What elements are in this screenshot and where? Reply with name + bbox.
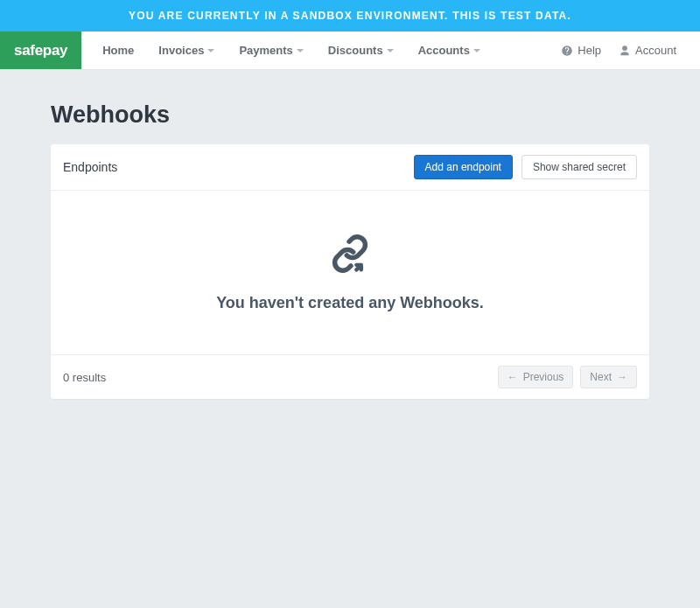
- chevron-down-icon: [473, 49, 480, 52]
- help-icon: [561, 45, 573, 57]
- page-content: Webhooks Endpoints Add an endpoint Show …: [0, 70, 700, 399]
- card-header: Endpoints Add an endpoint Show shared se…: [51, 144, 649, 191]
- nav-label: Accounts: [418, 44, 470, 57]
- previous-label: Previous: [523, 371, 564, 383]
- arrow-right-icon: →: [617, 371, 627, 383]
- chevron-down-icon: [387, 49, 394, 52]
- next-label: Next: [590, 371, 612, 383]
- nav-invoices[interactable]: Invoices: [146, 31, 227, 69]
- user-icon: [619, 45, 631, 57]
- result-count: 0 results: [63, 371, 106, 384]
- section-title: Endpoints: [63, 160, 117, 174]
- chevron-down-icon: [207, 49, 214, 52]
- top-nav: safepay Home Invoices Payments Discounts…: [0, 31, 700, 70]
- nav-label: Home: [102, 44, 134, 57]
- help-label: Help: [578, 44, 601, 57]
- nav-links: Home Invoices Payments Discounts Account…: [81, 31, 493, 69]
- card-body: You haven't created any Webhooks.: [51, 191, 649, 354]
- account-menu[interactable]: Account: [610, 44, 690, 57]
- page-title: Webhooks: [51, 101, 649, 129]
- account-label: Account: [635, 44, 676, 57]
- card-actions: Add an endpoint Show shared secret: [414, 155, 637, 179]
- nav-payments[interactable]: Payments: [227, 31, 315, 69]
- empty-state-message: You haven't created any Webhooks.: [68, 294, 632, 312]
- nav-label: Invoices: [158, 44, 204, 57]
- nav-discounts[interactable]: Discounts: [316, 31, 406, 69]
- endpoints-card: Endpoints Add an endpoint Show shared se…: [51, 144, 649, 399]
- arrow-left-icon: ←: [508, 371, 518, 383]
- sandbox-banner-text: YOU ARE CURRENTLY IN A SANDBOX ENVIRONME…: [129, 10, 571, 22]
- chevron-down-icon: [297, 49, 304, 52]
- card-footer: 0 results ← Previous Next →: [51, 354, 649, 399]
- brand-name: safepay: [14, 42, 67, 59]
- pager: ← Previous Next →: [498, 366, 637, 388]
- next-button[interactable]: Next →: [580, 366, 637, 388]
- sandbox-banner: YOU ARE CURRENTLY IN A SANDBOX ENVIRONME…: [0, 0, 700, 31]
- show-shared-secret-button[interactable]: Show shared secret: [522, 155, 637, 179]
- nav-accounts[interactable]: Accounts: [406, 31, 493, 69]
- link-icon: [331, 234, 369, 276]
- add-endpoint-button[interactable]: Add an endpoint: [414, 155, 513, 179]
- help-link[interactable]: Help: [552, 44, 610, 57]
- nav-right: Help Account: [552, 31, 700, 69]
- previous-button[interactable]: ← Previous: [498, 366, 574, 388]
- brand-logo[interactable]: safepay: [0, 31, 81, 69]
- nav-label: Discounts: [328, 44, 383, 57]
- nav-home[interactable]: Home: [90, 31, 146, 69]
- nav-label: Payments: [239, 44, 292, 57]
